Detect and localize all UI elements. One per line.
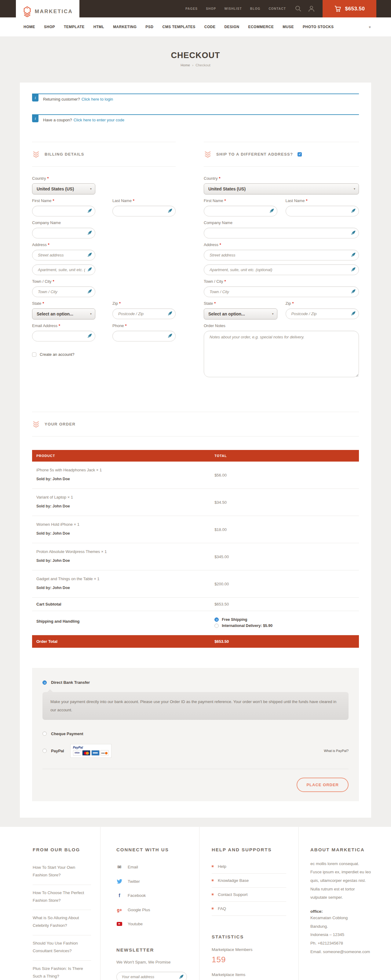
billing-zip-input[interactable] bbox=[113, 309, 176, 319]
sold-by: Sold by: John Doe bbox=[37, 585, 206, 590]
nav-design[interactable]: DESIGN bbox=[224, 25, 239, 29]
product-name: Proton Absolute Wordpress Themes × 1 bbox=[37, 549, 206, 554]
column-header-product: PRODUCT bbox=[32, 450, 210, 461]
utility-nav: PAGES SHOP WISHLIST BLOG CONTACT bbox=[185, 7, 286, 10]
faq-link[interactable]: FAQ bbox=[212, 902, 286, 916]
cart-button[interactable]: $653.50 bbox=[323, 0, 376, 18]
create-account-checkbox[interactable] bbox=[32, 352, 37, 357]
place-order-button[interactable]: PLACE ORDER bbox=[297, 778, 348, 792]
blog-post-link[interactable]: How To Choose The Perfect Fashion Store? bbox=[33, 885, 91, 910]
blog-post-link[interactable]: Should You Use Fashion Consultant Servic… bbox=[33, 935, 91, 961]
nav-shop[interactable]: SHOP bbox=[44, 25, 55, 29]
shipping-state-select[interactable]: Select an option... ▾ bbox=[204, 309, 277, 320]
nav-marketing[interactable]: MARKETING bbox=[113, 25, 137, 29]
billing-state-select[interactable]: Select an option... ▾ bbox=[32, 309, 95, 320]
breadcrumb-home[interactable]: Home bbox=[181, 63, 190, 67]
section-layers-icon bbox=[204, 150, 212, 158]
billing-email-label: Email Address* bbox=[32, 323, 95, 328]
product-name: Women Hold iPhone × 1 bbox=[37, 522, 206, 527]
nav-photo-stocks[interactable]: PHOTO STOCKS bbox=[303, 25, 334, 29]
paypal-radio[interactable] bbox=[43, 749, 47, 753]
help-link[interactable]: Help bbox=[212, 859, 286, 873]
what-is-paypal-link[interactable]: What is PayPal? bbox=[324, 749, 348, 752]
shipping-apartment-input[interactable] bbox=[204, 264, 359, 275]
billing-town-label: Town / City* bbox=[32, 279, 95, 284]
billing-apartment-input[interactable] bbox=[32, 264, 95, 275]
order-notes-textarea[interactable] bbox=[204, 331, 359, 377]
utility-nav-contact[interactable]: CONTACT bbox=[269, 7, 286, 10]
shipping-zip-input[interactable] bbox=[286, 309, 359, 319]
paypal-logo: PayPal bbox=[73, 746, 109, 749]
billing-last-name-input[interactable] bbox=[113, 206, 176, 216]
social-link-email[interactable]: ✉ Email bbox=[116, 859, 187, 875]
coupon-text: Have a coupon? bbox=[43, 118, 72, 122]
product-total: $18.00 bbox=[210, 516, 359, 543]
social-link-google-plus[interactable]: g+ Google Plus bbox=[116, 903, 187, 917]
statistics-heading: STATISTICS bbox=[212, 934, 286, 939]
paypal-cards-image: PayPal VISA bbox=[70, 744, 111, 758]
ship-different-checkbox[interactable]: ✓ bbox=[297, 152, 302, 156]
nav-psd[interactable]: PSD bbox=[145, 25, 153, 29]
bank-transfer-description: Make your payment directly into our bank… bbox=[43, 692, 348, 720]
info-icon: i bbox=[32, 115, 38, 122]
blog-post-link[interactable]: Plus Size Fashion: Is There Such a Thing… bbox=[33, 961, 91, 980]
order-total-value: $653.50 bbox=[210, 635, 359, 648]
billing-street-input[interactable] bbox=[32, 250, 95, 261]
coupon-link[interactable]: Click here to enter your code bbox=[74, 118, 124, 122]
shipping-street-input[interactable] bbox=[204, 250, 359, 261]
nav-home[interactable]: HOME bbox=[24, 25, 35, 29]
billing-country-select[interactable]: United States (US) ▾ bbox=[32, 183, 95, 194]
billing-town-input[interactable] bbox=[32, 286, 95, 297]
cheque-payment-radio[interactable] bbox=[43, 732, 47, 736]
login-link[interactable]: Click here to login bbox=[81, 97, 113, 102]
billing-phone-input[interactable] bbox=[113, 331, 176, 342]
utility-nav-blog[interactable]: BLOG bbox=[250, 7, 261, 10]
nav-html[interactable]: HTML bbox=[94, 25, 104, 29]
knowledge-base-link[interactable]: Knowladge Base bbox=[212, 873, 286, 888]
office-line: Email. someone@someone.com bbox=[310, 948, 371, 956]
newsletter-heading: NEWSLETTER bbox=[116, 947, 187, 953]
utility-nav-pages[interactable]: PAGES bbox=[185, 7, 198, 10]
brand-name: MARKETICA bbox=[35, 8, 73, 15]
nav-more-icon[interactable]: » bbox=[368, 25, 372, 28]
user-account-icon[interactable] bbox=[308, 5, 315, 12]
social-link-twitter[interactable]: Twitter bbox=[116, 875, 187, 888]
square-bullet-icon bbox=[212, 894, 213, 895]
nav-code[interactable]: CODE bbox=[204, 25, 216, 29]
nav-muse[interactable]: MUSE bbox=[283, 25, 294, 29]
shipping-company-input[interactable] bbox=[204, 228, 359, 239]
search-icon[interactable] bbox=[295, 5, 302, 12]
shipping-town-input[interactable] bbox=[204, 286, 359, 297]
stat-label: Marketplace Members bbox=[212, 947, 286, 952]
social-link-facebook[interactable]: f Facebook bbox=[116, 888, 187, 903]
info-icon: i bbox=[32, 94, 38, 102]
international-delivery-radio[interactable] bbox=[215, 624, 219, 628]
shipping-country-select[interactable]: United States (US) ▾ bbox=[204, 183, 359, 194]
utility-nav-wishlist[interactable]: WISHLIST bbox=[224, 7, 242, 10]
billing-first-name-input[interactable] bbox=[32, 206, 95, 216]
billing-company-input[interactable] bbox=[32, 228, 95, 239]
shipping-section: SHIP TO A DIFFERENT ADDRESS? ✓ Country* … bbox=[204, 142, 359, 382]
billing-phone-label: Phone* bbox=[113, 323, 176, 328]
shipping-first-name-input[interactable] bbox=[204, 206, 277, 216]
nav-template[interactable]: TEMPLATE bbox=[64, 25, 84, 29]
order-total-row: Order Total $653.50 bbox=[32, 635, 359, 648]
shipping-handling-label: Shipping and Handling bbox=[37, 619, 80, 624]
nav-cms-templates[interactable]: CMS TEMPLATES bbox=[162, 25, 195, 29]
newsletter-email-input[interactable] bbox=[116, 972, 187, 980]
shipping-company-label: Company Name bbox=[204, 220, 359, 225]
nav-ecommerce[interactable]: ECOMMERCE bbox=[248, 25, 274, 29]
free-shipping-radio[interactable] bbox=[215, 617, 219, 622]
brand-logo[interactable]: MARKETICA bbox=[16, 0, 79, 23]
blog-post-link[interactable]: What is So Alluring About Celebrity Fash… bbox=[33, 910, 91, 935]
shipping-last-name-input[interactable] bbox=[286, 206, 359, 216]
billing-section: BILLING DETAILS Country* United States (… bbox=[32, 142, 176, 382]
contact-support-link[interactable]: Contact Support bbox=[212, 888, 286, 902]
twitter-icon bbox=[116, 879, 122, 884]
google-plus-icon: g+ bbox=[116, 908, 122, 912]
bank-transfer-radio[interactable] bbox=[43, 681, 47, 685]
billing-email-input[interactable] bbox=[32, 331, 95, 342]
social-link-youtube[interactable]: ▶ Youtube bbox=[116, 917, 187, 931]
blog-post-link[interactable]: How To Start Your Own Fashion Store? bbox=[33, 859, 91, 885]
utility-nav-shop[interactable]: SHOP bbox=[206, 7, 216, 10]
